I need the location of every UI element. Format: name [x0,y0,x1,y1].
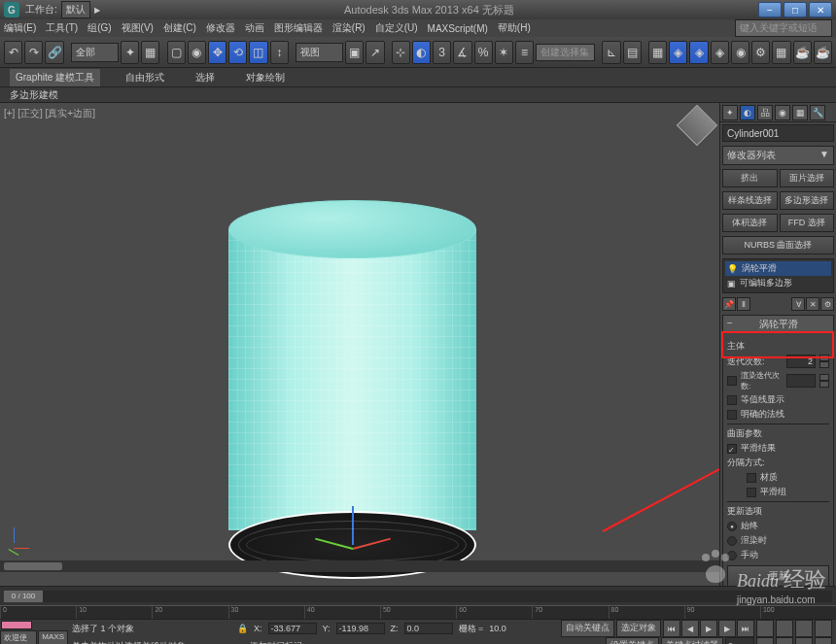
explicit-normals-check[interactable] [727,410,737,420]
edit-sel-button[interactable]: ≡ [515,41,534,64]
render-iters-check[interactable] [727,376,737,386]
view-dropdown[interactable]: 视图 [296,43,343,62]
configure-button[interactable]: ⚙ [820,297,834,311]
time-thumb[interactable]: 0 / 100 [4,591,43,602]
welcome-tab[interactable]: 欢迎使用 [0,630,37,644]
select-name-button[interactable]: ▦ [141,41,159,64]
snap-toggle[interactable]: ⊹ [392,41,410,64]
rollout-header[interactable]: 涡轮平滑 [723,316,833,333]
y-input[interactable] [336,623,385,634]
layer-button[interactable]: ▦ [648,41,667,64]
mesh-select-preset[interactable]: 面片选择 [780,169,835,187]
workspace-dropdown[interactable]: 默认 [61,1,90,18]
selection-set-dropdown[interactable]: 创建选择集 [536,44,595,61]
remove-mod-button[interactable]: ✕ [806,297,819,311]
menu-maxscript[interactable]: MAXScript(M) [428,23,488,34]
cylinder-object[interactable]: for(let i=0;i<30;i++)document.write('<di… [228,200,476,579]
gizmo-z-axis[interactable] [352,506,354,545]
modify-tab-icon[interactable]: ◐ [740,105,755,120]
autokey-button[interactable]: 自动关键点 [561,620,614,637]
iterations-down[interactable] [819,361,829,368]
render-preview-thumb[interactable] [1,621,32,629]
viewcube[interactable] [677,105,717,146]
select-scale-button[interactable]: ◫ [249,41,267,64]
ribbon-tab-selection[interactable]: 选择 [190,69,221,86]
link-button[interactable]: 🔗 [45,41,63,64]
search-input[interactable]: 键入关键字或短语 [735,19,832,37]
menu-create[interactable]: 创建(C) [163,21,196,35]
nurbs-select-preset[interactable]: NURBS 曲面选择 [722,236,834,254]
menu-group[interactable]: 组(G) [87,21,111,35]
maximize-button[interactable]: □ [784,2,807,17]
create-tab-icon[interactable]: ✦ [722,105,738,120]
manipulate-button[interactable]: ↗ [366,41,384,64]
select-paint-button[interactable]: ◉ [188,41,206,64]
menu-graph[interactable]: 图形编辑器 [274,21,323,35]
render-iters-input[interactable] [786,374,816,388]
make-unique-button[interactable]: ∀ [791,297,805,311]
menu-help[interactable]: 帮助(H) [498,21,531,35]
motion-tab-icon[interactable]: ◉ [775,105,790,120]
hierarchy-tab-icon[interactable]: 品 [757,105,773,120]
frame-ruler[interactable]: 0 10 20 30 40 50 60 70 80 90 100 [0,605,836,619]
select-rotate-button[interactable]: ⟲ [228,41,247,64]
menu-tools[interactable]: 工具(T) [46,21,78,35]
render-iters-down[interactable] [819,381,829,388]
undo-button[interactable]: ↶ [4,41,22,64]
render-button[interactable]: ☕ [793,41,812,64]
material-button[interactable]: ◉ [731,41,749,64]
nav-zoom-icon[interactable] [756,620,774,637]
close-button[interactable]: ✕ [809,2,832,17]
display-tab-icon[interactable]: ▦ [792,105,808,120]
menu-modifiers[interactable]: 修改器 [206,21,235,35]
curve-editor-button[interactable]: ◈ [669,41,687,64]
percent-snap[interactable]: 3 [433,41,451,64]
select-move-button[interactable]: ✥ [208,41,226,64]
poly-select-preset[interactable]: 多边形选择 [780,191,835,210]
goto-end-button[interactable]: ⏭ [737,620,754,637]
redo-button[interactable]: ↷ [24,41,43,64]
iterations-input[interactable] [786,355,816,368]
mirror-button[interactable]: ⊾ [602,41,620,64]
select-rect-button[interactable]: ▢ [167,41,186,64]
render-setup-button[interactable]: ⚙ [751,41,770,64]
modifier-list-dropdown[interactable]: 修改器列表▼ [722,146,834,165]
snap-button[interactable]: ▣ [345,41,364,64]
viewport-scrollbar[interactable] [0,560,719,572]
update-button[interactable]: 更新 [727,565,829,586]
viewport-label[interactable]: [+] [正交] [真实+边面] [4,107,95,120]
rendering-radio[interactable] [727,536,737,546]
ribbon-tab-graphite[interactable]: Graphite 建模工具 [10,69,100,86]
show-result-button[interactable]: Ⅱ [737,297,750,311]
vol-select-preset[interactable]: 体积选择 [722,214,778,232]
render-prod-button[interactable]: ☕ [814,41,832,64]
object-name-field[interactable] [722,124,834,142]
select-place-button[interactable]: ↕ [270,41,289,64]
nav-orbit-icon[interactable] [795,620,813,637]
always-radio[interactable] [727,522,737,531]
scope-dropdown[interactable]: 全部 [71,43,119,62]
play-button[interactable]: ▶ [700,620,717,637]
minimize-button[interactable]: − [758,2,782,17]
nav-minmax-icon[interactable] [815,637,832,644]
polymodel-label[interactable]: 多边形建模 [10,88,58,102]
timetag-label[interactable]: 添加时间标记 [250,640,302,645]
app-icon[interactable]: G [4,2,19,17]
scroll-thumb[interactable] [4,562,62,570]
smoothing-groups-check[interactable] [747,488,756,497]
nav-zoomall-icon[interactable] [756,637,774,644]
align-button[interactable]: ▤ [623,41,642,64]
render-frame-button[interactable]: ▦ [772,41,790,64]
ribbon-tab-freeform[interactable]: 自由形式 [120,69,170,86]
render-iters-up[interactable] [819,374,829,381]
nav-fov-icon[interactable] [776,637,793,644]
select-button[interactable]: ✦ [121,41,139,64]
prev-frame-button[interactable]: ◀ [681,620,699,637]
z-input[interactable] [404,623,453,634]
menu-edit[interactable]: 编辑(E) [4,21,36,35]
stack-item-editpoly[interactable]: ▣可编辑多边形 [725,276,831,290]
ffd-select-preset[interactable]: FFD 选择 [780,214,835,232]
snap-percent[interactable]: % [474,41,493,64]
snap-angle[interactable]: ∡ [453,41,471,64]
frame-input[interactable] [725,637,754,644]
